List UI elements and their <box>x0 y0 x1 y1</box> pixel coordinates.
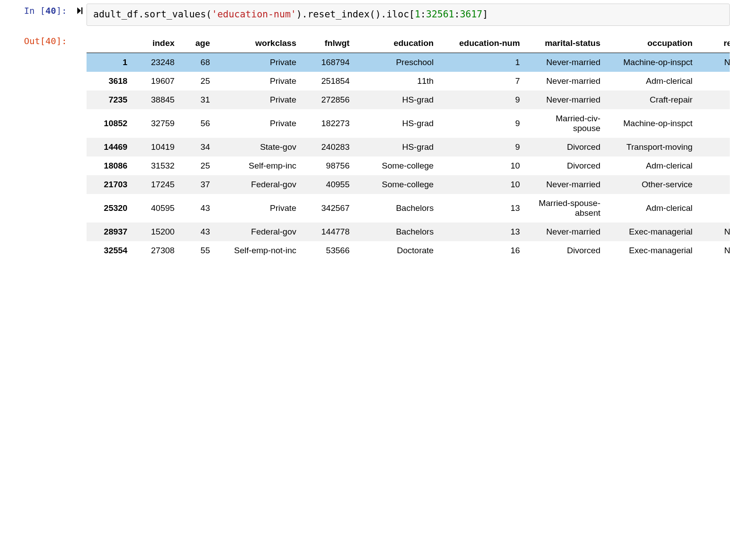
cell: Not-in-family <box>699 241 730 260</box>
cell: 43 <box>181 222 216 241</box>
cell: 1 <box>440 53 526 72</box>
row-index: 32554 <box>87 241 134 260</box>
column-header[interactable]: occupation <box>607 34 699 53</box>
cell: Husband <box>699 109 730 138</box>
cell: 182273 <box>302 109 356 138</box>
column-header[interactable]: relationship <box>699 34 730 53</box>
cell: Federal-gov <box>216 222 302 241</box>
cell: 15200 <box>134 222 181 241</box>
cell: Divorced <box>526 138 607 156</box>
column-header[interactable]: index <box>134 34 181 53</box>
cell: 53566 <box>302 241 356 260</box>
column-header[interactable]: marital-status <box>526 34 607 53</box>
code-token: 'education-num' <box>212 9 297 20</box>
cell: 251854 <box>302 72 356 91</box>
cell: 68 <box>181 53 216 72</box>
cell: Private <box>216 91 302 109</box>
code-token: ] <box>482 9 488 20</box>
cell: 16 <box>440 241 526 260</box>
code-input[interactable]: adult_df.sort_values('education-num').re… <box>87 4 730 26</box>
code-token: 32561 <box>426 9 454 20</box>
cell: HS-grad <box>356 91 440 109</box>
output-cell: Out[40]: indexageworkclassfnlwgteducatio… <box>0 26 736 273</box>
cell: 9 <box>440 138 526 156</box>
cell: Self-emp-inc <box>216 156 302 175</box>
cell: 10419 <box>134 138 181 156</box>
cell: 25 <box>181 156 216 175</box>
cell: Private <box>216 194 302 222</box>
column-header[interactable]: workclass <box>216 34 302 53</box>
cell: 23248 <box>134 53 181 72</box>
cell: 43 <box>181 194 216 222</box>
cell: 38845 <box>134 91 181 109</box>
cell: Transport-moving <box>607 138 699 156</box>
code-token: adult_df.sort_values( <box>93 9 212 20</box>
cell: 13 <box>440 222 526 241</box>
column-header[interactable]: fnlwgt <box>302 34 356 53</box>
cell: Private <box>216 109 302 138</box>
cell: 144778 <box>302 222 356 241</box>
code-token: 3617 <box>460 9 483 20</box>
cell: 13 <box>440 194 526 222</box>
cell: Married-civ-spouse <box>526 109 607 138</box>
cell: 27308 <box>134 241 181 260</box>
cell: 272856 <box>302 91 356 109</box>
row-index: 10852 <box>87 109 134 138</box>
table-row[interactable]: 72353884531Private272856HS-grad9Never-ma… <box>87 91 730 109</box>
table-row[interactable]: 325542730855Self-emp-not-inc53566Doctora… <box>87 241 730 260</box>
cell: 7 <box>440 72 526 91</box>
cell: Some-college <box>356 175 440 194</box>
cell: Own-child <box>699 91 730 109</box>
cell: Machine-op-inspct <box>607 109 699 138</box>
cell: Not-in-family <box>699 222 730 241</box>
cell: 98756 <box>302 156 356 175</box>
in-prompt-prefix: In [ <box>24 5 45 16</box>
row-index: 1 <box>87 53 134 72</box>
row-index: 28937 <box>87 222 134 241</box>
cell: Federal-gov <box>216 175 302 194</box>
table-row[interactable]: 217031724537Federal-gov40955Some-college… <box>87 175 730 194</box>
cell: Doctorate <box>356 241 440 260</box>
cell: Private <box>216 53 302 72</box>
output-area[interactable]: indexageworkclassfnlwgteducationeducatio… <box>87 34 730 273</box>
cell: Never-married <box>526 72 607 91</box>
table-row[interactable]: 36181960725Private25185411th7Never-marri… <box>87 72 730 91</box>
table-row[interactable]: 180863153225Self-emp-inc98756Some-colleg… <box>87 156 730 175</box>
row-index: 18086 <box>87 156 134 175</box>
code-token: : <box>420 9 426 20</box>
row-index: 7235 <box>87 91 134 109</box>
cell: Some-college <box>356 156 440 175</box>
input-prompt: In [40]: <box>0 4 73 18</box>
cell: State-gov <box>216 138 302 156</box>
table-row[interactable]: 289371520043Federal-gov144778Bachelors13… <box>87 222 730 241</box>
table-row[interactable]: 12324868Private168794Preschool1Never-mar… <box>87 53 730 72</box>
column-header[interactable]: education <box>356 34 440 53</box>
cell: 31 <box>181 91 216 109</box>
table-row[interactable]: 253204059543Private342567Bachelors13Marr… <box>87 194 730 222</box>
cell: 37 <box>181 175 216 194</box>
cell: 10 <box>440 156 526 175</box>
column-header[interactable]: age <box>181 34 216 53</box>
cell: HS-grad <box>356 109 440 138</box>
cell: Exec-managerial <box>607 222 699 241</box>
cell: Adm-clerical <box>607 194 699 222</box>
cell: Adm-clerical <box>607 72 699 91</box>
run-cell-button[interactable] <box>73 4 87 17</box>
cell: 10 <box>440 175 526 194</box>
cell: Own-child <box>699 156 730 175</box>
cell: Bachelors <box>356 194 440 222</box>
table-row[interactable]: 108523275956Private182273HS-grad9Married… <box>87 109 730 138</box>
table-row[interactable]: 144691041934State-gov240283HS-grad9Divor… <box>87 138 730 156</box>
cell: 32759 <box>134 109 181 138</box>
header-row: indexageworkclassfnlwgteducationeducatio… <box>87 34 730 53</box>
cell: 19607 <box>134 72 181 91</box>
column-header[interactable]: education-num <box>440 34 526 53</box>
cell: Never-married <box>526 222 607 241</box>
dataframe-body: 12324868Private168794Preschool1Never-mar… <box>87 53 730 260</box>
cell: Adm-clerical <box>607 156 699 175</box>
cell: Bachelors <box>356 222 440 241</box>
code-token: : <box>454 9 460 20</box>
in-prompt-suffix: ]: <box>56 5 67 16</box>
output-prompt: Out[40]: <box>0 34 73 48</box>
cell: Own-child <box>699 175 730 194</box>
